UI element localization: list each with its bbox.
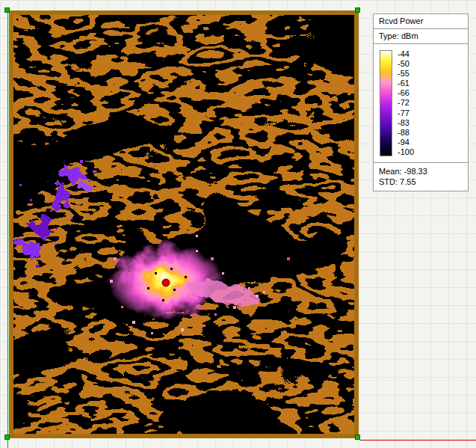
scale-label: -55 [398,70,414,78]
terrain-contours [9,10,359,438]
selection-handle-top-left[interactable] [4,7,10,13]
selection-handle-bottom-right[interactable] [355,435,360,440]
legend-scale-labels: -44 -50 -55 -61 -66 -72 -77 -83 -88 -94 … [398,50,414,156]
coverage-map[interactable] [9,10,359,438]
map-canvas[interactable] [9,10,359,438]
scale-label: -72 [398,99,414,107]
legend-panel: Rcvd Power Type: dBm -44 -50 -55 -61 -66… [373,13,469,191]
scale-label: -66 [398,89,414,97]
scale-label: -94 [398,138,414,147]
selection-handle-top-right[interactable] [355,7,360,13]
legend-scale: -44 -50 -55 -61 -66 -72 -77 -83 -88 -94 … [374,44,468,163]
legend-gradient-bar [380,50,392,156]
scale-label: -83 [398,119,414,127]
x-axis-line [360,440,476,441]
scale-label: -44 [398,50,414,58]
legend-std: STD: 7.55 [379,177,463,187]
scale-label: -61 [398,79,414,88]
scale-label: -50 [398,60,414,68]
selection-handle-bottom-left[interactable] [4,435,10,440]
legend-title: Rcvd Power [374,14,468,29]
legend-type: Type: dBm [374,29,468,44]
legend-mean: Mean: -98.33 [379,166,463,177]
transmitter-marker[interactable] [162,279,170,286]
scale-label: -77 [398,109,414,117]
scale-label: -88 [398,129,414,137]
legend-stats: Mean: -98.33 STD: 7.55 [374,163,468,191]
y-axis-line [7,12,8,448]
scale-label: -100 [398,148,414,156]
